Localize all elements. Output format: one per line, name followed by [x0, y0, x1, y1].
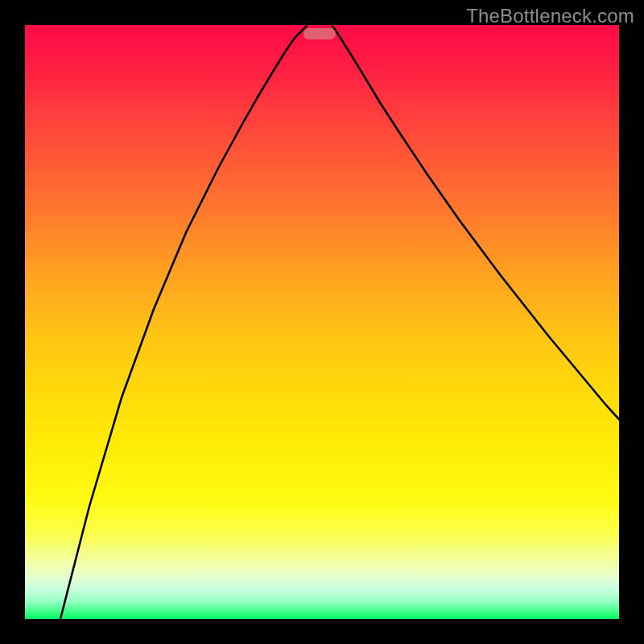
plot-area — [25, 25, 619, 619]
chart-frame: TheBottleneck.com — [0, 0, 644, 644]
curve-right-branch — [332, 26, 619, 419]
minimum-marker — [303, 28, 336, 39]
curve-svg — [25, 25, 619, 619]
watermark-text: TheBottleneck.com — [466, 5, 634, 27]
curve-left-branch — [60, 26, 307, 619]
